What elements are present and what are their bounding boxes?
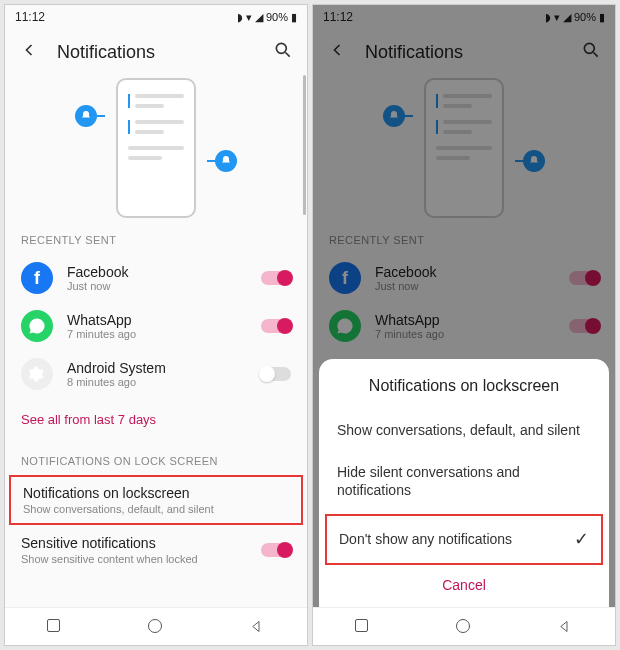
check-icon: ✓ bbox=[574, 528, 589, 551]
wifi-icon: ▾ bbox=[246, 11, 252, 24]
nav-recent-icon[interactable] bbox=[355, 619, 371, 635]
header: Notifications bbox=[5, 29, 307, 75]
settings-icon bbox=[21, 358, 53, 390]
bell-icon bbox=[75, 105, 97, 127]
toggle-facebook[interactable] bbox=[261, 271, 291, 285]
phone-mock-icon bbox=[116, 78, 196, 218]
bell-icon bbox=[215, 150, 237, 172]
app-name: Android System bbox=[67, 360, 247, 376]
app-time: 7 minutes ago bbox=[67, 328, 247, 340]
toggle-sensitive[interactable] bbox=[261, 543, 291, 557]
toggle-whatsapp[interactable] bbox=[261, 319, 291, 333]
nav-home-icon[interactable] bbox=[456, 619, 472, 635]
signal-icon: ◢ bbox=[255, 11, 263, 24]
dialog-option-dont-show[interactable]: Don't show any notifications ✓ bbox=[325, 514, 603, 565]
nav-bar bbox=[5, 607, 307, 645]
phone-left: 11:12 ◗ ▾ ◢ 90% ▮ Notifications bbox=[4, 4, 308, 646]
app-time: 8 minutes ago bbox=[67, 376, 247, 388]
section-recently-sent: RECENTLY SENT bbox=[5, 220, 307, 254]
setting-sub: Show conversations, default, and silent bbox=[23, 503, 289, 515]
svg-point-0 bbox=[276, 43, 286, 53]
nav-back-icon[interactable] bbox=[557, 619, 573, 635]
phone-right: 11:12 ◗ ▾ ◢ 90% ▮ Notifications bbox=[312, 4, 616, 646]
search-icon[interactable] bbox=[273, 40, 293, 64]
status-bar: 11:12 ◗ ▾ ◢ 90% ▮ bbox=[5, 5, 307, 29]
setting-title: Notifications on lockscreen bbox=[23, 485, 289, 501]
toggle-android-system[interactable] bbox=[261, 367, 291, 381]
nav-recent-icon[interactable] bbox=[47, 619, 63, 635]
status-time: 11:12 bbox=[15, 10, 45, 24]
setting-notifications-lockscreen[interactable]: Notifications on lockscreen Show convers… bbox=[9, 475, 303, 525]
nav-home-icon[interactable] bbox=[148, 619, 164, 635]
illustration bbox=[5, 75, 307, 220]
setting-sub: Show sensitive content when locked bbox=[21, 553, 261, 565]
setting-sensitive-notifications[interactable]: Sensitive notifications Show sensitive c… bbox=[5, 525, 307, 575]
app-name: WhatsApp bbox=[67, 312, 247, 328]
dialog-option-hide-silent[interactable]: Hide silent conversations and notificati… bbox=[319, 451, 609, 511]
app-name: Facebook bbox=[67, 264, 247, 280]
dialog-lockscreen-options: Notifications on lockscreen Show convers… bbox=[319, 359, 609, 607]
nav-back-icon[interactable] bbox=[249, 619, 265, 635]
page-title: Notifications bbox=[57, 42, 255, 63]
dialog-option-show-all[interactable]: Show conversations, default, and silent bbox=[319, 409, 609, 451]
dialog-title: Notifications on lockscreen bbox=[319, 377, 609, 395]
section-lockscreen: NOTIFICATIONS ON LOCK SCREEN bbox=[5, 441, 307, 475]
facebook-icon: f bbox=[21, 262, 53, 294]
battery-pct: 90% bbox=[266, 11, 288, 23]
app-row-whatsapp[interactable]: WhatsApp 7 minutes ago bbox=[5, 302, 307, 350]
dialog-cancel-button[interactable]: Cancel bbox=[319, 567, 609, 597]
back-icon[interactable] bbox=[19, 40, 39, 64]
whatsapp-icon bbox=[21, 310, 53, 342]
app-time: Just now bbox=[67, 280, 247, 292]
nav-bar bbox=[313, 607, 615, 645]
setting-title: Sensitive notifications bbox=[21, 535, 261, 551]
vibrate-icon: ◗ bbox=[237, 11, 243, 24]
battery-icon: ▮ bbox=[291, 11, 297, 24]
app-row-android-system[interactable]: Android System 8 minutes ago bbox=[5, 350, 307, 398]
status-icons: ◗ ▾ ◢ 90% ▮ bbox=[237, 11, 297, 24]
app-row-facebook[interactable]: f Facebook Just now bbox=[5, 254, 307, 302]
see-all-link[interactable]: See all from last 7 days bbox=[5, 398, 307, 441]
